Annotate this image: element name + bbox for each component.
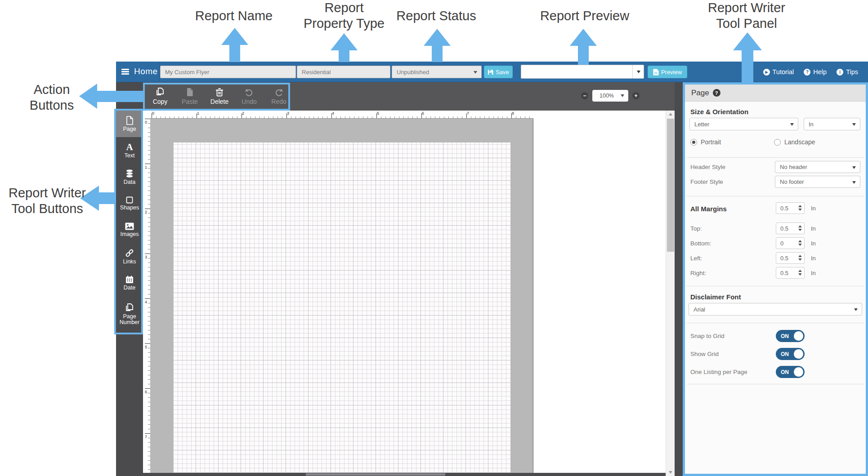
paste-icon: [186, 88, 194, 97]
page-sheet[interactable]: [150, 119, 533, 473]
undo-icon: [245, 88, 254, 97]
home-link[interactable]: Home: [134, 67, 158, 76]
sidebar-item-data[interactable]: Data: [116, 164, 143, 190]
zoom-level-value: 100%: [600, 93, 614, 99]
report-status-select[interactable]: Unpublished: [392, 66, 482, 78]
ruler-number: 2: [242, 111, 244, 116]
question-circle-icon[interactable]: ?: [713, 89, 720, 97]
hamburger-menu-icon[interactable]: [121, 69, 129, 75]
sidebar-item-page[interactable]: Page: [116, 111, 143, 137]
tutorial-link[interactable]: ▶ Tutorial: [763, 68, 794, 76]
portrait-radio[interactable]: Portrait: [690, 138, 721, 146]
canvas-gap: [675, 82, 683, 476]
ruler-number: 5: [377, 111, 379, 116]
spinner-icon[interactable]: [798, 205, 802, 211]
page-icon: [125, 116, 134, 125]
all-margins-input[interactable]: 0.5: [776, 202, 805, 214]
scroll-down-button[interactable]: [666, 469, 675, 476]
snap-to-grid-label: Snap to Grid: [690, 333, 725, 339]
delete-button[interactable]: Delete: [206, 85, 233, 108]
spinner-icon[interactable]: [798, 255, 802, 261]
annotation-tool-panel: Report Writer Tool Panel: [688, 0, 805, 31]
toggle-state-label: ON: [781, 333, 789, 339]
ruler-number: 7: [145, 435, 147, 439]
size-orientation-heading: Size & Orientation: [690, 108, 748, 116]
annotation-report-status: Report Status: [378, 8, 495, 24]
ruler-number: 1: [145, 165, 147, 169]
margin-top-value: 0.5: [780, 225, 788, 232]
copy-button[interactable]: Copy: [147, 85, 174, 108]
top-bar: Home My Custom Flyer Residential Unpubli…: [116, 62, 868, 82]
toolbar-strip: Copy Paste Delete Undo Redo − 100% +: [143, 82, 675, 111]
landscape-radio[interactable]: Landscape: [774, 138, 815, 146]
save-button[interactable]: Save: [484, 66, 513, 78]
page-grid-area[interactable]: [173, 142, 510, 473]
paste-button[interactable]: Paste: [176, 85, 203, 108]
spinner-icon[interactable]: [798, 240, 802, 246]
trash-icon: [215, 88, 224, 97]
ruler-number: 6: [422, 111, 424, 116]
toggle-knob: [794, 367, 803, 377]
sidebar-item-page-number[interactable]: Page Number: [116, 296, 143, 332]
header-style-label: Header Style: [690, 164, 725, 170]
header-style-select[interactable]: No header: [775, 161, 860, 173]
portrait-label: Portrait: [701, 138, 721, 146]
zoom-in-button[interactable]: +: [632, 92, 640, 99]
sidebar-item-links[interactable]: Links: [116, 243, 143, 270]
report-property-type-field[interactable]: Residential: [297, 66, 390, 78]
preview-report-combobox[interactable]: [521, 65, 644, 79]
panel-title: Page: [691, 89, 709, 98]
snap-to-grid-toggle[interactable]: ON: [776, 330, 805, 342]
margin-right-input[interactable]: 0.5: [776, 267, 805, 279]
copy-label: Copy: [153, 98, 168, 105]
sidebar-item-text[interactable]: A Text: [116, 137, 143, 164]
tips-link[interactable]: i Tips: [837, 68, 858, 76]
all-margins-value: 0.5: [780, 205, 788, 212]
zoom-control: − 100% +: [581, 90, 640, 102]
help-link[interactable]: ? Help: [804, 68, 827, 76]
zoom-out-button[interactable]: −: [581, 92, 588, 99]
undo-button[interactable]: Undo: [236, 85, 263, 108]
margin-left-input[interactable]: 0.5: [776, 252, 805, 264]
save-button-label: Save: [496, 69, 509, 76]
report-name-input[interactable]: My Custom Flyer: [160, 66, 296, 78]
unit-value: In: [809, 121, 814, 128]
ruler-number: 4: [145, 300, 147, 304]
show-grid-toggle[interactable]: ON: [776, 348, 805, 360]
zoom-level-select[interactable]: 100%: [592, 90, 628, 102]
horizontal-scrollbar[interactable]: [143, 473, 666, 476]
text-icon: A: [126, 142, 133, 151]
margin-bottom-input[interactable]: 0: [776, 237, 805, 249]
margin-bottom-value: 0: [780, 240, 783, 247]
unit-label: In: [811, 225, 816, 232]
topbar-help-links: ▶ Tutorial ? Help i Tips: [763, 62, 859, 82]
sidebar-item-shapes[interactable]: Shapes: [116, 190, 143, 217]
unit-select[interactable]: In: [804, 118, 860, 130]
unit-label: In: [811, 240, 816, 247]
tutorial-label: Tutorial: [773, 68, 794, 76]
sidebar-item-images[interactable]: Images: [116, 217, 143, 243]
arrow-report-name: [221, 28, 248, 62]
disclaimer-font-select[interactable]: Arial: [689, 303, 862, 316]
disclaimer-font-value: Arial: [694, 306, 705, 313]
spinner-icon[interactable]: [798, 225, 802, 231]
scrollbar-thumb[interactable]: [306, 473, 445, 476]
redo-button[interactable]: Redo: [265, 85, 292, 108]
sidebar-item-label: Images: [121, 231, 139, 237]
sidebar-item-date[interactable]: Date: [116, 270, 143, 296]
one-listing-per-page-toggle[interactable]: ON: [776, 366, 805, 378]
scrollbar-thumb[interactable]: [667, 119, 674, 252]
preview-button[interactable]: Preview: [648, 66, 687, 78]
footer-style-select[interactable]: No footer: [775, 176, 860, 188]
vertical-scrollbar[interactable]: [666, 111, 675, 476]
spinner-icon[interactable]: [798, 270, 802, 276]
combobox-caret-cell[interactable]: [632, 65, 644, 78]
pages-icon: [125, 303, 134, 312]
scroll-up-button[interactable]: [666, 111, 675, 118]
margin-left-label: Left:: [690, 255, 702, 262]
panel-header: Page ?: [685, 85, 866, 102]
design-canvas[interactable]: 012345678 01234567: [143, 111, 666, 473]
divider: [687, 286, 864, 286]
page-size-select[interactable]: Letter: [689, 118, 798, 130]
margin-top-input[interactable]: 0.5: [776, 222, 805, 234]
